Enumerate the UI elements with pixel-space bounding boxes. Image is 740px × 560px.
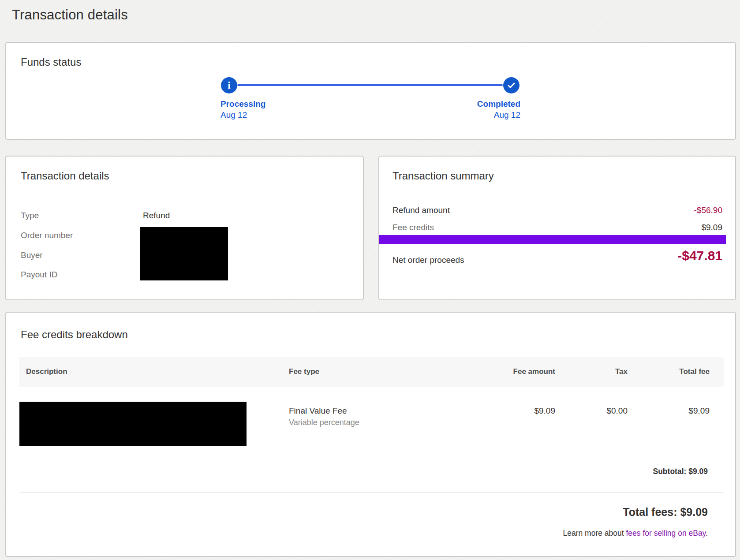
redacted-row-bar bbox=[379, 235, 726, 244]
fee-table-row: Final Value Fee Variable percentage $9.0… bbox=[19, 401, 724, 446]
total-fees-value: $9.09 bbox=[680, 506, 708, 518]
step-date: Aug 12 bbox=[221, 109, 265, 120]
table-divider bbox=[19, 492, 724, 493]
page-title: Transaction details bbox=[12, 7, 128, 23]
column-header-tax: Tax bbox=[555, 367, 628, 376]
column-header-fee-type: Fee type bbox=[289, 367, 480, 376]
fee-credits-value: $9.09 bbox=[701, 223, 722, 232]
transaction-summary-title: Transaction summary bbox=[392, 170, 494, 182]
redacted-description-block bbox=[19, 402, 247, 446]
subtotal-value: $9.09 bbox=[688, 467, 708, 476]
fee-credits-label: Fee credits bbox=[392, 223, 434, 232]
learn-more-suffix: . bbox=[706, 529, 708, 538]
fee-type-cell: Final Value Fee Variable percentage bbox=[289, 401, 480, 446]
fee-credits-breakdown-card: Fee credits breakdown Description Fee ty… bbox=[5, 312, 736, 557]
payout-id-label: Payout ID bbox=[21, 270, 57, 280]
order-number-label: Order number bbox=[21, 231, 73, 240]
refund-amount-label: Refund amount bbox=[392, 205, 450, 215]
check-icon bbox=[503, 77, 519, 93]
timeline-step-processing: Processing Aug 12 bbox=[221, 98, 265, 120]
fees-learn-more-text: Learn more about fees for selling on eBa… bbox=[563, 529, 708, 538]
step-date: Aug 12 bbox=[477, 109, 520, 120]
total-fees-label: Total fees: bbox=[623, 506, 677, 518]
fee-type-subtype: Variable percentage bbox=[289, 417, 480, 428]
type-value: Refund bbox=[143, 211, 170, 220]
total-fee-cell: $9.09 bbox=[628, 406, 710, 446]
transaction-details-page: Transaction details Funds status i Proce… bbox=[0, 0, 740, 560]
timeline-connector-line bbox=[237, 84, 503, 86]
total-fees-row: Total fees: $9.09 bbox=[623, 506, 708, 519]
fees-for-selling-link[interactable]: fees for selling on eBay bbox=[626, 529, 706, 538]
net-order-proceeds-value: -$47.81 bbox=[677, 248, 722, 263]
info-icon: i bbox=[221, 77, 237, 93]
column-header-fee-amount: Fee amount bbox=[480, 367, 555, 376]
buyer-label: Buyer bbox=[21, 250, 43, 260]
transaction-details-card: Transaction details Type Refund Order nu… bbox=[5, 156, 364, 300]
column-header-total-fee: Total fee bbox=[628, 367, 710, 376]
fee-table-header: Description Fee type Fee amount Tax Tota… bbox=[19, 357, 724, 387]
column-header-description: Description bbox=[19, 367, 289, 376]
fee-amount-cell: $9.09 bbox=[480, 406, 555, 446]
timeline-step-completed: Completed Aug 12 bbox=[477, 98, 520, 120]
redacted-values-block bbox=[140, 227, 228, 280]
learn-more-prefix: Learn more about bbox=[563, 529, 626, 538]
net-order-proceeds-label: Net order proceeds bbox=[392, 255, 464, 265]
step-label: Completed bbox=[477, 98, 520, 109]
type-label: Type bbox=[21, 211, 39, 220]
subtotal-row: Subtotal: $9.09 bbox=[653, 467, 708, 476]
fee-credits-breakdown-title: Fee credits breakdown bbox=[21, 329, 128, 341]
tax-cell: $0.00 bbox=[555, 406, 628, 446]
fee-type-name: Final Value Fee bbox=[289, 405, 480, 417]
refund-amount-value: -$56.90 bbox=[694, 205, 722, 215]
funds-status-title: Funds status bbox=[21, 56, 81, 68]
transaction-details-title: Transaction details bbox=[21, 170, 109, 182]
subtotal-label: Subtotal: bbox=[653, 467, 687, 476]
funds-status-card: Funds status i Processing Aug 12 Complet… bbox=[5, 42, 736, 140]
step-label: Processing bbox=[221, 98, 265, 109]
description-cell bbox=[19, 401, 289, 446]
transaction-summary-card: Transaction summary Refund amount -$56.9… bbox=[378, 156, 736, 300]
